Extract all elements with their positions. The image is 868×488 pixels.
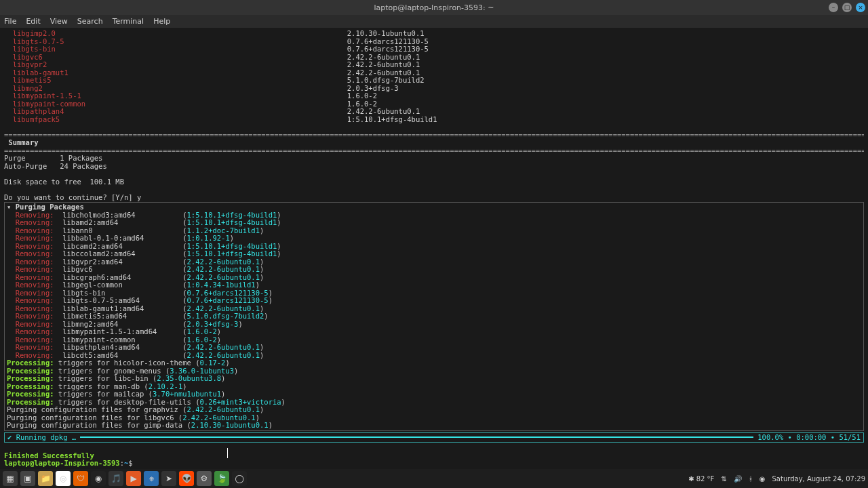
tray-audio-icon[interactable]: 🔊 (734, 475, 742, 483)
chrome-icon[interactable]: ◎ (56, 471, 71, 486)
menu-view[interactable]: View (50, 17, 68, 26)
firefox-icon[interactable]: 🛡 (73, 471, 88, 486)
kate-icon[interactable]: ➤ (161, 471, 176, 486)
start-menu-icon[interactable]: ▦ (3, 471, 18, 486)
reddit-icon[interactable]: 👽 (179, 471, 194, 486)
menu-terminal[interactable]: Terminal (113, 17, 144, 26)
menu-bar: File Edit View Search Terminal Help (0, 15, 868, 28)
maximize-button[interactable]: □ (842, 3, 852, 12)
minimize-button[interactable]: – (829, 3, 838, 12)
settings-icon[interactable]: ⚙ (197, 471, 212, 486)
files-icon[interactable]: 📁 (38, 471, 53, 486)
weather-widget[interactable]: ✱ 82 °F (688, 475, 714, 483)
tray-clock[interactable]: Saturday, August 24, 07:29 (772, 475, 866, 483)
menu-file[interactable]: File (4, 17, 16, 26)
play-icon[interactable]: ▶ (126, 471, 141, 486)
tray-obs-icon[interactable]: ◉ (760, 475, 766, 483)
terminal-output[interactable]: libgimp2.0 2.10.30-1ubuntu0.1 (0, 28, 868, 469)
window-titlebar: laptop@laptop-Inspiron-3593: ~ – □ × (0, 0, 868, 15)
window-title: laptop@laptop-Inspiron-3593: ~ (374, 3, 494, 12)
terminal-app-icon[interactable]: ▣ (20, 471, 35, 486)
close-button[interactable]: × (856, 3, 865, 12)
leaf-icon[interactable]: 🍃 (214, 471, 229, 486)
music-icon[interactable]: 🎵 (108, 471, 123, 486)
virtualbox-icon[interactable]: ⎈ (144, 471, 159, 486)
obs-icon[interactable]: ◯ (232, 471, 247, 486)
system-tray: ✱ 82 °F ⇅ 🔊 ᚼ ◉ Saturday, August 24, 07:… (688, 475, 865, 483)
tray-network-icon[interactable]: ⇅ (721, 475, 726, 483)
menu-search[interactable]: Search (77, 17, 103, 26)
menu-help[interactable]: Help (153, 17, 170, 26)
menu-edit[interactable]: Edit (26, 17, 40, 26)
taskbar: ▦ ▣ 📁 ◎ 🛡 ◉ 🎵 ▶ ⎈ ➤ 👽 ⚙ 🍃 ◯ ✱ 82 °F ⇅ 🔊 … (0, 469, 868, 488)
text-cursor (227, 448, 228, 458)
steam-icon[interactable]: ◉ (91, 471, 106, 486)
tray-bluetooth-icon[interactable]: ᚼ (749, 475, 753, 483)
